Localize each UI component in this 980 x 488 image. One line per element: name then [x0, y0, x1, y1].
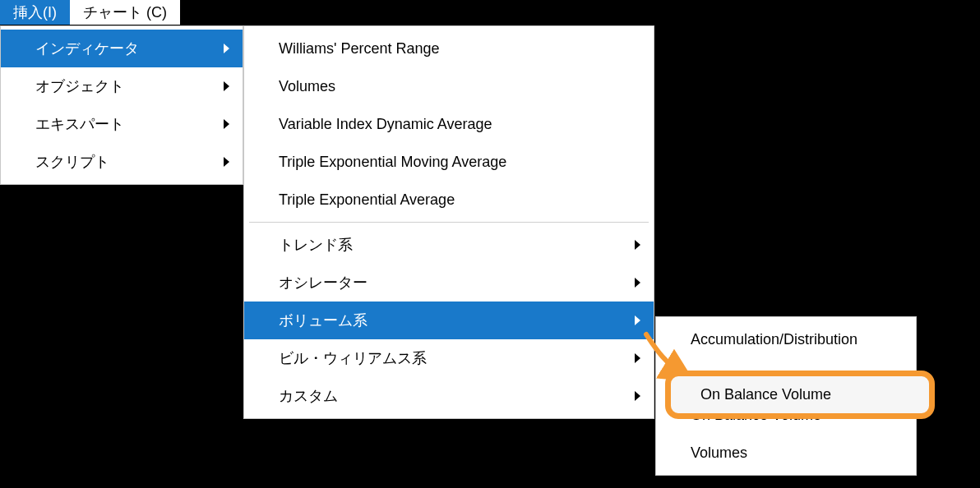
- menu-item-label: オブジェクト: [35, 76, 214, 96]
- menubar-insert[interactable]: 挿入(I): [0, 0, 70, 25]
- menu-item-oscillators[interactable]: オシレーター: [244, 264, 654, 302]
- menubar-chart[interactable]: チャート (C): [70, 0, 180, 25]
- submenu-arrow-icon: [635, 391, 640, 401]
- menu-item-trix[interactable]: Triple Exponential Average: [244, 181, 654, 219]
- menu-item-label: トレンド系: [279, 235, 625, 255]
- submenu-arrow-icon: [224, 81, 229, 91]
- menu-item-ad[interactable]: Accumulation/Distribution: [656, 320, 916, 358]
- menu-item-label: Accumulation/Distribution: [691, 331, 903, 348]
- submenu-arrow-icon: [635, 315, 640, 325]
- menu-item-volume-group[interactable]: ボリューム系: [244, 302, 654, 339]
- menu-item-bill-williams[interactable]: ビル・ウィリアムス系: [244, 339, 654, 377]
- menu-item-label: エキスパート: [35, 114, 214, 134]
- menu-item-trend[interactable]: トレンド系: [244, 226, 654, 264]
- menu-volume-sub: Accumulation/Distribution Money Flow Ind…: [655, 316, 917, 476]
- submenu-arrow-icon: [635, 240, 640, 250]
- menu-item-label: オシレーター: [279, 273, 625, 292]
- menu-item-label: スクリプト: [35, 152, 214, 172]
- menu-item-custom[interactable]: カスタム: [244, 377, 654, 415]
- menu-item-objects[interactable]: オブジェクト: [1, 67, 243, 105]
- menu-item-tema[interactable]: Triple Exponential Moving Average: [244, 143, 654, 181]
- menu-item-scripts[interactable]: スクリプト: [1, 143, 243, 181]
- menu-item-label: Variable Index Dynamic Average: [279, 116, 640, 133]
- menu-item-label: Triple Exponential Moving Average: [279, 154, 640, 171]
- menu-item-label: On Balance Volume: [691, 407, 903, 424]
- menu-item-obv[interactable]: On Balance Volume: [656, 396, 916, 434]
- menu-item-volumes-2[interactable]: Volumes: [656, 434, 916, 472]
- menu-item-label: インディケータ: [35, 39, 214, 58]
- menu-item-volumes[interactable]: Volumes: [244, 67, 654, 105]
- menu-item-label: Volumes: [279, 78, 640, 95]
- submenu-arrow-icon: [635, 353, 640, 363]
- menu-item-indicators[interactable]: インディケータ: [1, 30, 243, 67]
- submenu-arrow-icon: [224, 157, 229, 167]
- menu-item-label: ボリューム系: [279, 311, 625, 330]
- menu-item-label: Volumes: [691, 444, 903, 462]
- submenu-arrow-icon: [224, 44, 229, 53]
- menubar: 挿入(I) チャート (C): [0, 0, 980, 25]
- menu-item-mfi[interactable]: Money Flow Index: [656, 358, 916, 396]
- menu-indicators: Williams' Percent Range Volumes Variable…: [243, 25, 654, 419]
- menu-item-label: ビル・ウィリアムス系: [279, 348, 625, 368]
- menu-item-label: Money Flow Index: [691, 369, 903, 386]
- menu-item-wpr[interactable]: Williams' Percent Range: [244, 30, 654, 67]
- submenu-arrow-icon: [635, 278, 640, 288]
- menu-item-label: Williams' Percent Range: [279, 40, 640, 58]
- menu-insert: インディケータ オブジェクト エキスパート スクリプト: [0, 25, 243, 185]
- submenu-arrow-icon: [224, 119, 229, 129]
- menu-item-label: カスタム: [279, 386, 625, 406]
- menu-item-experts[interactable]: エキスパート: [1, 105, 243, 143]
- menu-item-vida[interactable]: Variable Index Dynamic Average: [244, 105, 654, 143]
- menu-separator: [249, 222, 649, 223]
- menu-item-label: Triple Exponential Average: [279, 191, 640, 209]
